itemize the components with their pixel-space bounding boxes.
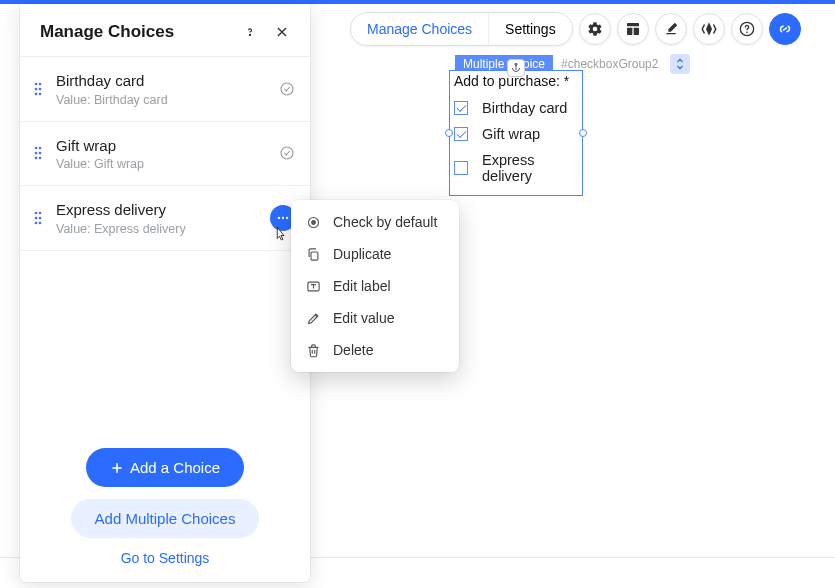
resize-handle-right[interactable] xyxy=(579,129,587,137)
choice-value: Value: Birthday card xyxy=(56,93,278,107)
menu-check-by-default[interactable]: Check by default xyxy=(291,206,459,238)
svg-rect-0 xyxy=(627,23,639,26)
checkbox-icon[interactable] xyxy=(454,101,468,115)
svg-point-7 xyxy=(39,82,42,85)
layout-icon[interactable] xyxy=(617,13,649,45)
menu-item-label: Duplicate xyxy=(333,246,391,262)
choice-label: Gift wrap xyxy=(56,136,278,156)
help-icon[interactable] xyxy=(731,13,763,45)
svg-point-17 xyxy=(35,157,38,160)
component-tag-action-icon[interactable] xyxy=(670,54,690,74)
checked-default-icon[interactable] xyxy=(278,144,296,162)
svg-rect-2 xyxy=(633,28,638,35)
svg-point-10 xyxy=(35,92,38,95)
manage-choices-panel: Manage Choices Birthday card Value: Birt… xyxy=(20,4,310,582)
radio-icon xyxy=(305,214,321,230)
checkbox-option[interactable]: Birthday card xyxy=(454,95,576,121)
svg-point-20 xyxy=(35,211,38,214)
svg-point-28 xyxy=(286,217,288,219)
svg-point-18 xyxy=(39,157,42,160)
menu-edit-value[interactable]: Edit value xyxy=(291,302,459,334)
add-multiple-choices-button[interactable]: Add Multiple Choices xyxy=(71,499,260,538)
editor-toolbar: Manage Choices Settings xyxy=(350,12,801,46)
add-choice-button[interactable]: Add a Choice xyxy=(86,448,244,487)
checkbox-option-label: Express delivery xyxy=(482,152,576,184)
svg-point-6 xyxy=(35,82,38,85)
svg-rect-1 xyxy=(627,28,632,35)
checkbox-option-label: Gift wrap xyxy=(482,126,540,142)
pencil-icon xyxy=(305,310,321,326)
svg-rect-31 xyxy=(311,252,318,260)
choices-list: Birthday card Value: Birthday card Gift … xyxy=(20,56,310,251)
choice-row[interactable]: Express delivery Value: Express delivery xyxy=(20,186,310,250)
choice-row[interactable]: Gift wrap Value: Gift wrap xyxy=(20,122,310,187)
svg-point-16 xyxy=(39,152,42,155)
svg-point-8 xyxy=(35,87,38,90)
checked-default-icon[interactable] xyxy=(278,80,296,98)
choice-value: Value: Gift wrap xyxy=(56,157,278,171)
checkbox-option-label: Birthday card xyxy=(482,100,567,116)
copy-icon xyxy=(305,246,321,262)
resize-handle-left[interactable] xyxy=(445,129,453,137)
animation-icon[interactable] xyxy=(693,13,725,45)
menu-item-label: Edit label xyxy=(333,278,391,294)
go-to-settings-link[interactable]: Go to Settings xyxy=(121,550,210,566)
svg-point-23 xyxy=(39,216,42,219)
choice-label: Birthday card xyxy=(56,71,278,91)
svg-point-15 xyxy=(35,152,38,155)
brush-icon[interactable] xyxy=(655,13,687,45)
checkbox-group-component[interactable]: Add to purchase: * Birthday card Gift wr… xyxy=(449,70,583,196)
menu-item-label: Delete xyxy=(333,342,373,358)
menu-item-label: Edit value xyxy=(333,310,394,326)
svg-point-24 xyxy=(35,221,38,224)
svg-point-25 xyxy=(39,221,42,224)
close-icon[interactable] xyxy=(272,22,292,42)
choice-context-menu: Check by default Duplicate Edit label Ed… xyxy=(291,200,459,372)
checkbox-icon[interactable] xyxy=(454,127,468,141)
drag-handle-icon[interactable] xyxy=(32,146,44,160)
svg-point-27 xyxy=(282,217,284,219)
menu-duplicate[interactable]: Duplicate xyxy=(291,238,459,270)
svg-point-14 xyxy=(39,147,42,150)
svg-point-11 xyxy=(39,92,42,95)
toolbar-pill-group: Manage Choices Settings xyxy=(350,12,573,46)
svg-point-26 xyxy=(278,217,280,219)
menu-delete[interactable]: Delete xyxy=(291,334,459,366)
tab-manage-choices[interactable]: Manage Choices xyxy=(351,13,488,45)
panel-title: Manage Choices xyxy=(40,22,228,42)
checkbox-icon[interactable] xyxy=(454,161,468,175)
tab-settings[interactable]: Settings xyxy=(488,13,572,45)
help-icon[interactable] xyxy=(240,22,260,42)
menu-edit-label[interactable]: Edit label xyxy=(291,270,459,302)
svg-point-5 xyxy=(249,34,250,35)
svg-point-9 xyxy=(39,87,42,90)
drag-handle-icon[interactable] xyxy=(32,82,44,96)
drag-handle-icon[interactable] xyxy=(32,211,44,225)
checkbox-option[interactable]: Gift wrap xyxy=(454,121,576,147)
choice-label: Express delivery xyxy=(56,200,270,220)
checkbox-option[interactable]: Express delivery xyxy=(454,147,576,189)
svg-point-22 xyxy=(35,216,38,219)
svg-point-13 xyxy=(35,147,38,150)
trash-icon xyxy=(305,342,321,358)
connect-icon[interactable] xyxy=(769,13,801,45)
svg-point-12 xyxy=(281,83,293,95)
svg-point-19 xyxy=(281,147,293,159)
svg-point-30 xyxy=(311,220,315,224)
settings-icon[interactable] xyxy=(579,13,611,45)
choice-value: Value: Express delivery xyxy=(56,222,270,236)
svg-point-4 xyxy=(746,32,748,34)
text-icon xyxy=(305,278,321,294)
menu-item-label: Check by default xyxy=(333,214,437,230)
anchor-icon[interactable] xyxy=(507,59,525,77)
svg-point-21 xyxy=(39,211,42,214)
choice-row[interactable]: Birthday card Value: Birthday card xyxy=(20,57,310,122)
